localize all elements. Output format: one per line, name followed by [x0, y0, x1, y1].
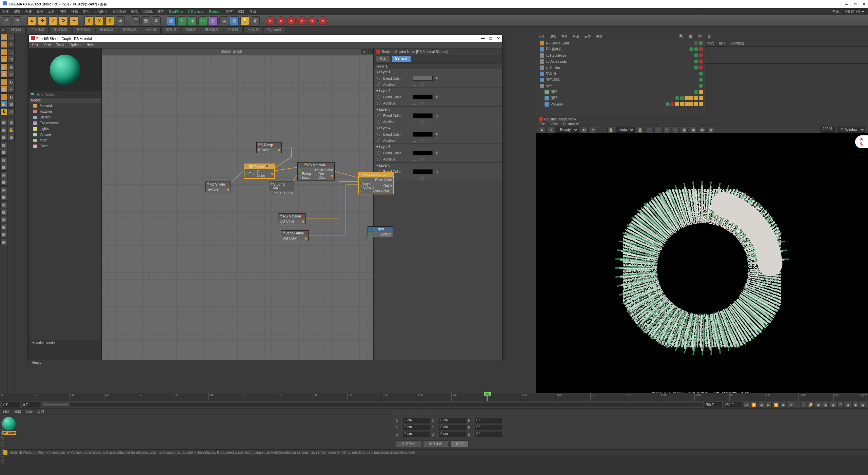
layer-header[interactable]: ▾ Layer 6	[374, 163, 502, 168]
checkbox[interactable]	[420, 102, 425, 105]
object-tag[interactable]	[699, 53, 703, 57]
checkbox[interactable]	[420, 139, 425, 142]
color-swatch[interactable]	[413, 95, 433, 99]
node-canvas[interactable]: Shader Graph⊞↗ S Ramp it Color	[102, 49, 373, 360]
coord-button[interactable]: ⊕	[116, 16, 125, 25]
lock-icon[interactable]: 🔒	[607, 126, 614, 133]
checkbox[interactable]	[420, 120, 425, 124]
axis-y[interactable]: Y	[95, 16, 104, 25]
object-tag[interactable]	[694, 90, 698, 94]
rec3[interactable]: ●	[287, 16, 296, 25]
maximize-button[interactable]: □	[854, 2, 856, 6]
color-swatch[interactable]	[413, 169, 433, 174]
rec2[interactable]: ●	[276, 16, 285, 25]
nurbs-tool[interactable]: ◉	[188, 16, 197, 25]
object-tag[interactable]	[694, 59, 698, 63]
object-tag[interactable]	[699, 72, 703, 76]
object-row[interactable]: 圆环	[536, 95, 705, 101]
deformer-tool[interactable]: ◧	[209, 16, 218, 25]
cube-primitive[interactable]: ▣	[167, 16, 176, 25]
zoom-readout[interactable]: 100 %	[821, 127, 835, 133]
object-tag[interactable]	[680, 102, 684, 106]
object-tag[interactable]	[699, 84, 703, 88]
playhead[interactable]: 140	[487, 393, 488, 401]
lock-icon[interactable]: 🔒	[637, 126, 644, 133]
object-tag[interactable]	[694, 102, 698, 106]
object-tree[interactable]: RS Dome LightRS 摄像机xpTurbulencexpConstra…	[536, 40, 705, 116]
picker-icon[interactable]: ✎	[435, 114, 439, 118]
layer-header[interactable]: ▾ Layer 2	[374, 88, 502, 94]
undo-button[interactable]: ↶	[2, 16, 11, 25]
find-nodes-input[interactable]	[37, 93, 88, 96]
node-category[interactable]: Lights	[29, 126, 101, 132]
object-row[interactable]: 看色器域	[536, 77, 705, 83]
tab-general[interactable]: General	[391, 56, 411, 62]
node-category[interactable]: Color	[29, 143, 101, 149]
object-tag[interactable]	[685, 102, 689, 106]
object-row[interactable]: xpTurbulence	[536, 52, 705, 58]
light-tool[interactable]: 💡	[240, 16, 249, 25]
select-tool[interactable]: ▲	[27, 16, 36, 25]
object-tag[interactable]	[699, 41, 703, 45]
play-button[interactable]: ▶	[766, 402, 772, 408]
object-row[interactable]: Polygon	[536, 101, 705, 107]
node-output[interactable]: Output Surface	[368, 226, 393, 237]
tool5[interactable]: ✦	[70, 16, 78, 25]
render-viewport[interactable]: 英🦌 微信公众号: 野鹿志 微博: 野鹿志 作者: 马鹿野郎 (0.95x)	[536, 133, 868, 399]
object-tag[interactable]	[675, 96, 679, 100]
node-c4dshader[interactable]: 4D Shade Texture	[205, 182, 231, 192]
range-slider[interactable]	[41, 403, 703, 406]
node-material-blender[interactable]: RS Material Blender Base Color Layer Col…	[358, 173, 394, 194]
picker-icon[interactable]: ✎	[435, 170, 439, 174]
pen-tool[interactable]: ✎	[177, 16, 186, 25]
checkbox[interactable]	[420, 158, 425, 161]
layer-header[interactable]: ▾ Layer 1	[374, 69, 502, 75]
object-tag[interactable]	[666, 102, 670, 106]
render-settings[interactable]: ⚙	[152, 16, 161, 25]
object-tag[interactable]	[694, 96, 698, 100]
close-button[interactable]: ✕	[863, 2, 865, 6]
frame-start[interactable]: 0 F	[2, 402, 20, 407]
object-tag[interactable]	[699, 102, 703, 106]
object-tag[interactable]	[694, 47, 698, 51]
time-ruler[interactable]: 0102030405060708090100110120130140150160…	[0, 393, 868, 401]
cursor-icon[interactable]: ↖	[8, 41, 15, 48]
checkbox[interactable]	[420, 176, 425, 180]
object-tag[interactable]	[689, 96, 693, 100]
goto-start[interactable]: ⏮	[743, 402, 749, 408]
color-swatch[interactable]	[413, 132, 433, 137]
object-tag[interactable]	[699, 59, 703, 63]
node-category[interactable]: Textures	[29, 109, 101, 114]
apply-button[interactable]: 应用	[450, 440, 469, 447]
render-button[interactable]: 🎬	[131, 16, 140, 25]
scale-tool[interactable]: ⤢	[48, 16, 57, 25]
object-tag[interactable]	[699, 96, 703, 100]
color-swatch[interactable]	[413, 151, 433, 155]
win-close[interactable]: ✕	[497, 36, 500, 41]
object-tag[interactable]	[680, 96, 684, 100]
object-tag[interactable]	[689, 102, 693, 106]
viewport[interactable]: Redshift Shader Graph - RS Material —□✕ …	[15, 33, 536, 393]
frame-end[interactable]: 250 F	[724, 402, 742, 407]
picker-icon[interactable]: ✎	[435, 95, 439, 99]
render-start[interactable]: ▶	[539, 126, 546, 133]
render-region[interactable]: ▦	[141, 16, 150, 25]
layout-select[interactable]: RS (用户)	[844, 9, 866, 14]
rec6[interactable]: ●	[318, 16, 327, 25]
node-category[interactable]: Materials	[29, 103, 101, 109]
object-tag[interactable]	[670, 102, 674, 106]
node-bump[interactable]: S Bump Ma InputOut	[269, 182, 294, 196]
rec5[interactable]: ●	[308, 16, 317, 25]
win-min[interactable]: —	[481, 36, 485, 41]
object-tag[interactable]	[685, 96, 689, 100]
object-row[interactable]: xpConstraints	[536, 58, 705, 64]
render-refresh[interactable]: ⟳	[548, 126, 554, 133]
win-max[interactable]: □	[490, 36, 492, 41]
move-tool[interactable]: ✥	[38, 16, 47, 25]
object-row[interactable]: 备份	[536, 83, 705, 89]
node-category[interactable]: Volume	[29, 132, 101, 137]
object-tag[interactable]	[694, 65, 698, 70]
object-tag[interactable]	[699, 47, 703, 51]
rotate-tool[interactable]: ⟳	[59, 16, 68, 25]
color-swatch[interactable]	[413, 113, 433, 118]
